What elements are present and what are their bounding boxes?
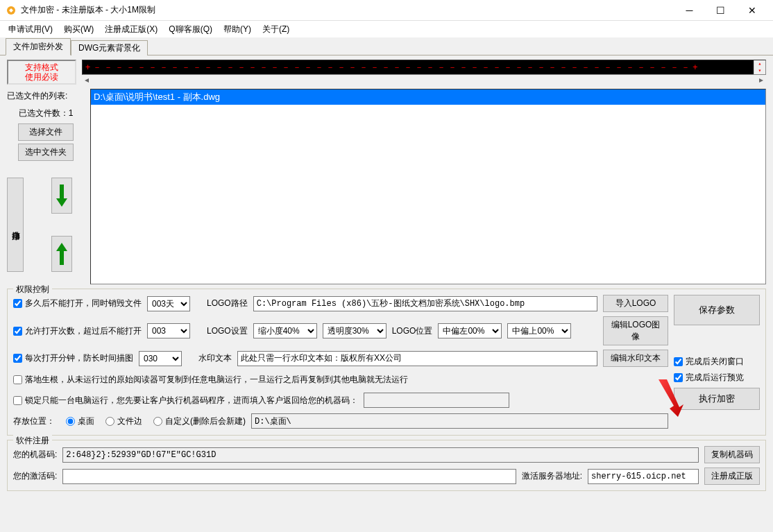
radio-desktop[interactable] bbox=[66, 417, 75, 426]
register-button[interactable]: 注册成正版 bbox=[704, 467, 760, 485]
opencount-checkbox-label[interactable]: 允许打开次数，超过后不能打开 bbox=[13, 325, 142, 337]
menu-register[interactable]: 注册成正版(X) bbox=[99, 22, 163, 37]
watermark-label: 水印文本 bbox=[198, 352, 232, 364]
filecount-label: 已选文件数：1 bbox=[7, 106, 85, 121]
filelist-label: 已选文件的列表: bbox=[7, 89, 85, 103]
opencount-combo[interactable]: 003 bbox=[147, 323, 190, 338]
machine-code-input bbox=[62, 447, 699, 463]
server-input[interactable] bbox=[588, 469, 699, 484]
days-combo[interactable]: 003天 bbox=[147, 296, 190, 311]
logo-path-input[interactable] bbox=[253, 296, 597, 311]
close-after-checkbox[interactable] bbox=[674, 357, 683, 366]
supported-formats-button[interactable]: 支持格式 使用必读 bbox=[7, 60, 76, 85]
window-title: 文件加密 - 未注册版本 - 大小1M限制 bbox=[21, 4, 674, 16]
trans-combo[interactable]: 透明度30% bbox=[323, 323, 386, 338]
root-checkbox-label[interactable]: 落地生根，从未运行过的原始阅读器可复制到任意电脑运行，一旦运行之后再复制到其他电… bbox=[13, 374, 408, 386]
lock-checkbox[interactable] bbox=[13, 396, 22, 405]
file-list[interactable]: D:\桌面\说明书\test1 - 副本.dwg bbox=[90, 89, 766, 284]
root-checkbox[interactable] bbox=[13, 375, 22, 384]
lock-machine-input bbox=[364, 393, 509, 408]
menu-qservice[interactable]: Q聊客服(Q) bbox=[163, 22, 218, 37]
maximize-button[interactable]: ☐ bbox=[705, 0, 736, 21]
close-button[interactable]: ✕ bbox=[736, 0, 767, 21]
scale-combo[interactable]: 缩小度40% bbox=[253, 323, 317, 338]
days-checkbox-label[interactable]: 多久后不能打开，同时销毁文件 bbox=[13, 298, 142, 309]
save-params-button[interactable]: 保存参数 bbox=[674, 295, 760, 325]
edit-logo-button[interactable]: 编辑LOGO图像 bbox=[603, 316, 668, 345]
save-loc-label: 存放位置： bbox=[13, 415, 55, 427]
close-after-checkbox-label[interactable]: 完成后关闭窗口 bbox=[674, 356, 760, 368]
edit-watermark-button[interactable]: 编辑水印文本 bbox=[603, 350, 668, 367]
lock-checkbox-label[interactable]: 锁定只能一台电脑运行，您先要让客户执行机器码程序，进而填入客户返回给您的机器码： bbox=[13, 395, 358, 406]
minutes-checkbox[interactable] bbox=[13, 354, 22, 363]
permission-legend: 权限控制 bbox=[13, 284, 52, 295]
offset-left-combo[interactable]: 中偏左00% bbox=[438, 323, 502, 338]
menubar: 申请试用(V) 购买(W) 注册成正版(X) Q聊客服(Q) 帮助(Y) 关于(… bbox=[0, 21, 773, 37]
tab-encrypt[interactable]: 文件加密外发 bbox=[6, 38, 71, 55]
radio-desktop-label[interactable]: 桌面 bbox=[60, 415, 94, 427]
banner-text: +－－－－－－－－－－－－－－－－－－－－－－－－－－－－－－－－－－－－－－－… bbox=[83, 62, 703, 74]
arrow-up-icon bbox=[56, 241, 68, 266]
radio-custom-label[interactable]: 自定义(删除后会新建) bbox=[148, 415, 246, 427]
register-legend: 软件注册 bbox=[13, 435, 52, 447]
server-label: 激活服务器地址: bbox=[522, 470, 582, 482]
opencount-checkbox[interactable] bbox=[13, 327, 22, 336]
permission-group: 权限控制 多久后不能打开，同时销毁文件 003天 LOGO路径 导入LOGO bbox=[7, 289, 766, 436]
menu-buy[interactable]: 购买(W) bbox=[58, 22, 99, 37]
menu-about[interactable]: 关于(Z) bbox=[257, 22, 295, 37]
offset-up-combo[interactable]: 中偏上00% bbox=[507, 323, 571, 338]
auto-sort-button[interactable]: 自动排序 bbox=[7, 178, 24, 272]
app-icon bbox=[6, 5, 17, 16]
titlebar: 文件加密 - 未注册版本 - 大小1M限制 ─ ☐ ✕ bbox=[0, 0, 773, 21]
register-group: 软件注册 您的机器码: 复制机器码 您的激活码: 激活服务器地址: 注册成正版 bbox=[7, 440, 766, 491]
logo-pos-label: LOGO位置 bbox=[392, 325, 433, 337]
minutes-combo[interactable]: 030 bbox=[139, 351, 182, 366]
logo-path-label: LOGO路径 bbox=[207, 298, 248, 309]
import-logo-button[interactable]: 导入LOGO bbox=[603, 295, 668, 312]
machine-code-label: 您的机器码: bbox=[13, 449, 57, 461]
tabs-bar: 文件加密外发 DWG元素背景化 bbox=[0, 39, 773, 55]
execute-encrypt-button[interactable]: 执行加密 bbox=[674, 388, 760, 410]
tab-dwg-bg[interactable]: DWG元素背景化 bbox=[71, 40, 148, 55]
watermark-input[interactable] bbox=[237, 351, 597, 366]
menu-help[interactable]: 帮助(Y) bbox=[218, 22, 257, 37]
minimize-button[interactable]: ─ bbox=[674, 0, 705, 21]
activate-code-input[interactable] bbox=[62, 469, 516, 484]
days-checkbox[interactable] bbox=[13, 299, 22, 308]
select-file-button[interactable]: 选择文件 bbox=[18, 123, 74, 141]
radio-fileside-label[interactable]: 文件边 bbox=[100, 415, 142, 427]
preview-after-checkbox-label[interactable]: 完成后运行预览 bbox=[674, 372, 760, 384]
support-line1: 支持格式 bbox=[25, 62, 58, 72]
save-path-input bbox=[251, 413, 668, 429]
select-folder-button[interactable]: 选中文件夹 bbox=[18, 144, 74, 161]
move-up-button[interactable] bbox=[51, 236, 72, 272]
activate-code-label: 您的激活码: bbox=[13, 470, 57, 482]
copy-machine-button[interactable]: 复制机器码 bbox=[704, 446, 760, 463]
preview-after-checkbox[interactable] bbox=[674, 373, 683, 382]
file-item[interactable]: D:\桌面\说明书\test1 - 副本.dwg bbox=[91, 89, 765, 105]
menu-apply[interactable]: 申请试用(V) bbox=[3, 22, 58, 37]
banner-vscroll[interactable]: ▴ ▾ bbox=[754, 60, 765, 74]
logo-set-label: LOGO设置 bbox=[207, 325, 248, 337]
banner-hscroll[interactable]: ◂▸ bbox=[82, 75, 766, 85]
marquee-banner: +－－－－－－－－－－－－－－－－－－－－－－－－－－－－－－－－－－－－－－－… bbox=[82, 60, 766, 75]
minutes-checkbox-label[interactable]: 每次打开分钟，防长时间描图 bbox=[13, 352, 133, 364]
arrow-down-icon bbox=[56, 183, 68, 208]
move-down-button[interactable] bbox=[51, 178, 72, 214]
support-line2: 使用必读 bbox=[25, 72, 58, 82]
radio-fileside[interactable] bbox=[105, 417, 114, 426]
radio-custom[interactable] bbox=[153, 417, 162, 426]
